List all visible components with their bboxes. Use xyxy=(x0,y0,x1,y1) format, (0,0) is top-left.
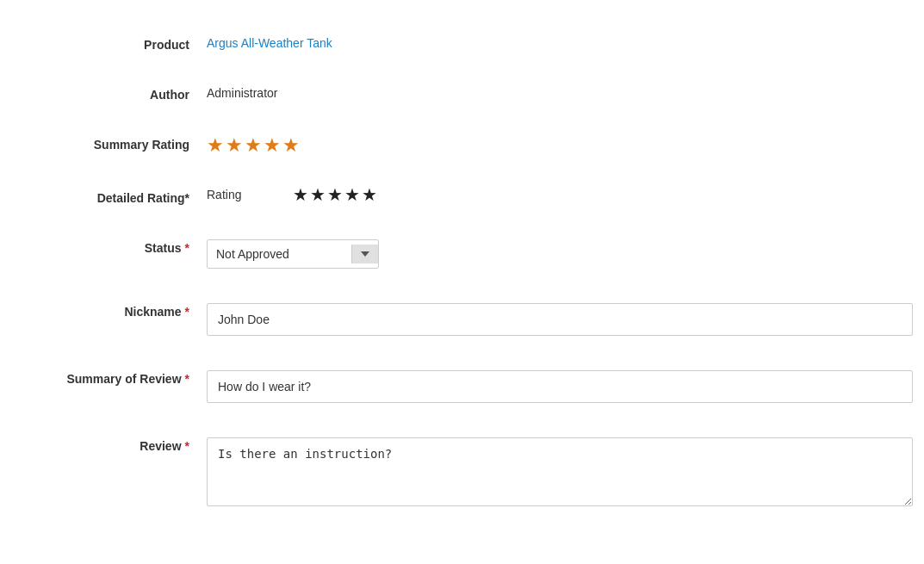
detail-star-4: ★ xyxy=(344,186,360,203)
detailed-rating-value: Rating ★ ★ ★ ★ ★ xyxy=(207,186,898,203)
status-row: Status* Not Approved Approved Pending xyxy=(26,220,898,284)
author-value: Administrator xyxy=(207,83,898,100)
product-value: Argus All-Weather Tank xyxy=(207,33,898,50)
nickname-input[interactable] xyxy=(207,303,913,336)
nickname-row: Nickname* xyxy=(26,284,898,351)
star-4: ★ xyxy=(264,136,281,155)
detail-star-5: ★ xyxy=(362,186,377,203)
summary-rating-row: Summary Rating ★ ★ ★ ★ ★ xyxy=(26,117,898,170)
status-select-wrapper: Not Approved Approved Pending xyxy=(207,239,379,269)
status-dropdown-button[interactable] xyxy=(351,245,378,263)
detail-star-1: ★ xyxy=(293,186,308,203)
review-row: Review* Is there an instruction? xyxy=(26,418,898,524)
summary-review-label: Summary of Review* xyxy=(26,367,207,386)
summary-stars: ★ ★ ★ ★ ★ xyxy=(207,136,898,155)
star-2: ★ xyxy=(226,136,243,155)
detail-star-3: ★ xyxy=(327,186,343,203)
status-label: Status* xyxy=(26,236,207,255)
star-3: ★ xyxy=(245,136,262,155)
summary-rating-value: ★ ★ ★ ★ ★ xyxy=(207,133,898,155)
review-required: * xyxy=(185,439,189,453)
detailed-rating-required: * xyxy=(185,191,189,205)
star-5: ★ xyxy=(282,136,300,155)
product-row: Product Argus All-Weather Tank xyxy=(26,17,898,67)
rating-label: Rating xyxy=(207,188,241,201)
detailed-rating-label: Detailed Rating* xyxy=(26,186,207,205)
product-label: Product xyxy=(26,33,207,52)
author-text: Administrator xyxy=(207,86,277,100)
status-value: Not Approved Approved Pending xyxy=(207,236,898,269)
nickname-label: Nickname* xyxy=(26,300,207,319)
nickname-value xyxy=(207,300,913,336)
review-textarea[interactable]: Is there an instruction? xyxy=(207,437,913,506)
product-link[interactable]: Argus All-Weather Tank xyxy=(207,36,332,50)
review-value: Is there an instruction? xyxy=(207,434,913,509)
author-label: Author xyxy=(26,83,207,102)
detailed-stars: ★ ★ ★ ★ ★ xyxy=(293,186,377,203)
summary-review-value xyxy=(207,367,913,403)
star-1: ★ xyxy=(207,136,224,155)
status-required: * xyxy=(185,241,189,255)
status-select[interactable]: Not Approved Approved Pending xyxy=(208,240,351,268)
summary-review-input[interactable] xyxy=(207,370,913,403)
detail-star-2: ★ xyxy=(310,186,326,203)
summary-rating-label: Summary Rating xyxy=(26,133,207,152)
author-row: Author Administrator xyxy=(26,67,898,117)
summary-review-row: Summary of Review* xyxy=(26,351,898,418)
nickname-required: * xyxy=(185,305,189,319)
chevron-down-icon xyxy=(361,251,369,257)
form-container: Product Argus All-Weather Tank Author Ad… xyxy=(0,0,924,542)
review-label: Review* xyxy=(26,434,207,453)
detailed-rating-row: Detailed Rating* Rating ★ ★ ★ ★ ★ xyxy=(26,170,898,220)
summary-review-required: * xyxy=(185,372,189,386)
